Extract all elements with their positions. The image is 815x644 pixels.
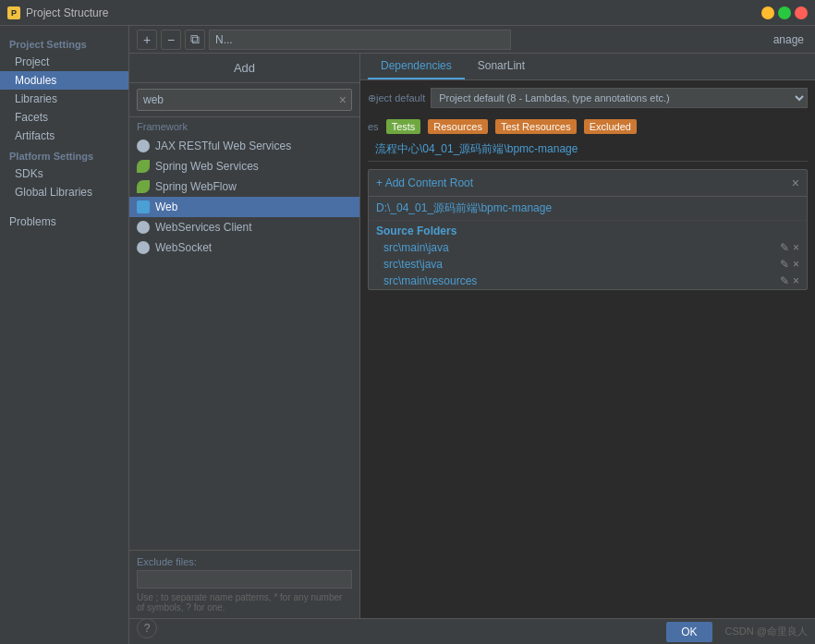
bottom-toolbar: ? OK CSDN @命里良人 bbox=[129, 618, 815, 644]
close-content-root-button[interactable]: × bbox=[792, 176, 799, 190]
dependencies-content: ⊕ject default Project default (8 - Lambd… bbox=[360, 80, 815, 618]
source-folders-header: Source Folders bbox=[369, 221, 807, 239]
exclude-hint: Use ; to separate name patterns, * for a… bbox=[137, 592, 352, 613]
module-name-input[interactable] bbox=[209, 30, 511, 50]
app-icon: P bbox=[7, 6, 20, 19]
sources-bar: es Tests Resources Test Resources Exclud… bbox=[368, 115, 808, 138]
tab-dependencies[interactable]: Dependencies bbox=[368, 54, 465, 79]
edit-icon[interactable]: ✎ bbox=[780, 258, 789, 271]
source-folder-item-2: src\main\resources ✎ × bbox=[369, 273, 807, 289]
framework-label: WebSocket bbox=[155, 241, 212, 254]
source-folder-item-0: src\main\java ✎ × bbox=[369, 239, 807, 256]
platform-settings-label: Platform Settings bbox=[0, 145, 128, 164]
sidebar-item-project[interactable]: Project bbox=[0, 53, 128, 71]
web-icon bbox=[137, 200, 150, 213]
remove-module-button[interactable]: − bbox=[161, 30, 181, 50]
project-settings-label: Project Settings bbox=[0, 33, 128, 53]
globe-icon bbox=[137, 221, 150, 234]
remove-icon[interactable]: × bbox=[793, 241, 799, 254]
edit-icon[interactable]: ✎ bbox=[780, 241, 789, 254]
add-panel-footer: Exclude files: Use ; to separate name pa… bbox=[129, 550, 359, 618]
spring-icon bbox=[137, 180, 150, 193]
tab-sonarlint[interactable]: SonarLint bbox=[465, 54, 538, 79]
module-path-text: 流程中心\04_01_源码前端\bpmc-manage bbox=[375, 142, 578, 155]
source-folder-path: src\main\resources bbox=[383, 274, 477, 287]
search-clear-icon[interactable]: × bbox=[339, 92, 347, 107]
copy-module-button[interactable]: ⧉ bbox=[185, 30, 205, 50]
sidebar-item-modules[interactable]: Modules bbox=[0, 71, 128, 90]
add-module-button[interactable]: + bbox=[137, 30, 157, 50]
content-root-panel: + Add Content Root × D:\_04_01_源码前端\bpmc… bbox=[368, 169, 808, 290]
top-toolbar: + − ⧉ anage bbox=[129, 26, 815, 54]
sidebar-item-libraries[interactable]: Libraries bbox=[0, 90, 128, 108]
help-button[interactable]: ? bbox=[137, 618, 157, 638]
framework-search-input[interactable] bbox=[137, 89, 352, 111]
framework-label: WebServices Client bbox=[155, 221, 251, 234]
title-bar-text: Project Structure bbox=[26, 6, 108, 19]
maximize-button[interactable] bbox=[778, 6, 791, 19]
right-panel: Dependencies SonarLint ⊕ject default Pro… bbox=[360, 54, 815, 618]
sidebar-item-problems[interactable]: Problems bbox=[0, 213, 128, 231]
sidebar-item-sdks[interactable]: SDKs bbox=[0, 164, 128, 183]
sidebar-item-artifacts[interactable]: Artifacts bbox=[0, 127, 128, 145]
project-default-row: ⊕ject default Project default (8 - Lambd… bbox=[368, 88, 808, 108]
remove-icon[interactable]: × bbox=[793, 274, 799, 287]
sidebar-item-facets[interactable]: Facets bbox=[0, 108, 128, 127]
framework-label: Spring WebFlow bbox=[155, 180, 237, 193]
exclude-input[interactable] bbox=[137, 570, 352, 589]
framework-item-webservices-client[interactable]: WebServices Client bbox=[129, 217, 359, 237]
source-folder-item-1: src\test\java ✎ × bbox=[369, 256, 807, 273]
tabs-row: Dependencies SonarLint bbox=[360, 54, 815, 80]
manage-label: anage bbox=[515, 33, 808, 46]
framework-item-web[interactable]: Web bbox=[129, 197, 359, 217]
bottom-right: OK CSDN @命里良人 bbox=[666, 622, 808, 642]
framework-item-jax-restful[interactable]: JAX RESTful Web Services bbox=[129, 136, 359, 156]
framework-header: Framework bbox=[129, 117, 359, 136]
ok-button[interactable]: OK bbox=[666, 622, 712, 642]
source-folder-path: src\main\java bbox=[383, 241, 449, 254]
add-framework-panel: Add × Framework JAX RESTful Web Services bbox=[129, 54, 360, 618]
project-default-prefix: ⊕ject default bbox=[368, 92, 425, 104]
content-root-path: D:\_04_01_源码前端\bpmc-manage bbox=[369, 197, 807, 221]
content-area: + − ⧉ anage Add × Framework JAX bbox=[129, 26, 815, 644]
source-folder-path: src\test\java bbox=[383, 258, 443, 271]
add-content-root-button[interactable]: + Add Content Root bbox=[376, 176, 473, 189]
remove-icon[interactable]: × bbox=[793, 258, 799, 271]
framework-list: JAX RESTful Web Services Spring Web Serv… bbox=[129, 136, 359, 550]
sidebar-item-global-libraries[interactable]: Global Libraries bbox=[0, 183, 128, 201]
search-container: × bbox=[129, 83, 359, 117]
sources-prefix: es bbox=[368, 121, 379, 132]
add-panel-header: Add bbox=[129, 54, 359, 83]
main-layout: Project Settings Project Modules Librari… bbox=[0, 26, 815, 644]
split-pane: Add × Framework JAX RESTful Web Services bbox=[129, 54, 815, 618]
badge-excluded[interactable]: Excluded bbox=[584, 119, 637, 134]
badge-tests[interactable]: Tests bbox=[386, 119, 421, 134]
minimize-button[interactable] bbox=[761, 6, 774, 19]
sidebar: Project Settings Project Modules Librari… bbox=[0, 26, 129, 644]
edit-icon[interactable]: ✎ bbox=[780, 274, 789, 287]
watermark: CSDN @命里良人 bbox=[725, 625, 808, 638]
framework-label: Spring Web Services bbox=[155, 160, 259, 173]
globe-icon bbox=[137, 140, 150, 152]
framework-item-spring-webflow[interactable]: Spring WebFlow bbox=[129, 176, 359, 197]
badge-resources[interactable]: Resources bbox=[428, 119, 488, 134]
close-button[interactable] bbox=[795, 6, 808, 19]
project-default-select[interactable]: Project default (8 - Lambdas, type annot… bbox=[431, 88, 808, 108]
globe-icon bbox=[137, 241, 150, 254]
module-path-row: 流程中心\04_01_源码前端\bpmc-manage bbox=[368, 138, 808, 162]
badge-test-resources[interactable]: Test Resources bbox=[495, 119, 577, 134]
framework-label: JAX RESTful Web Services bbox=[155, 140, 291, 152]
title-bar: P Project Structure bbox=[0, 0, 815, 26]
content-root-header: + Add Content Root × bbox=[369, 170, 807, 197]
framework-item-websocket[interactable]: WebSocket bbox=[129, 237, 359, 258]
framework-item-spring-web-services[interactable]: Spring Web Services bbox=[129, 156, 359, 176]
spring-icon bbox=[137, 160, 150, 173]
exclude-label: Exclude files: bbox=[137, 556, 352, 589]
framework-label: Web bbox=[155, 200, 177, 213]
